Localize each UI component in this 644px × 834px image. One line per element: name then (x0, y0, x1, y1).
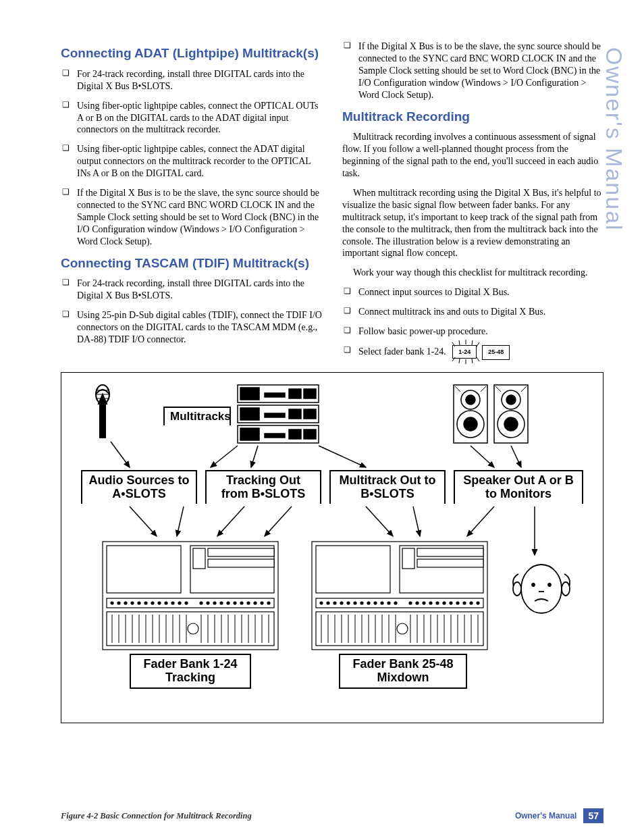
label-multitracks: Multitracks (163, 407, 231, 425)
svg-point-29 (466, 395, 475, 405)
svg-point-47 (131, 602, 134, 604)
svg-point-91 (188, 623, 198, 634)
button-bank-25-48: 25-48 (482, 345, 510, 360)
paragraph: When multitrack recording using the Digi… (342, 187, 603, 259)
svg-point-63 (247, 602, 250, 604)
svg-point-150 (532, 583, 535, 586)
svg-point-34 (506, 395, 516, 405)
label-audio-sources: Audio Sources to A•SLOTS (81, 470, 197, 504)
multitrack-rack-icon (238, 385, 319, 443)
list-item: Connect input sources to Digital X Bus. (342, 286, 603, 298)
svg-point-50 (151, 602, 154, 604)
list-item: Using 25-pin D-Sub digital cables (TDIF)… (61, 309, 322, 346)
svg-line-9 (477, 357, 479, 361)
svg-rect-26 (304, 429, 316, 439)
svg-point-149 (562, 582, 570, 596)
list-item-text: Select fader bank 1-24. (358, 346, 446, 357)
svg-rect-20 (289, 409, 301, 419)
svg-point-51 (158, 602, 161, 604)
svg-line-6 (459, 359, 460, 363)
footer-manual-label: Owner's Manual (515, 811, 577, 820)
svg-point-31 (464, 417, 477, 431)
svg-point-65 (261, 602, 263, 604)
svg-rect-19 (265, 413, 285, 417)
svg-point-112 (416, 602, 419, 604)
svg-rect-14 (265, 393, 285, 397)
svg-rect-41 (208, 548, 274, 556)
svg-point-121 (477, 602, 479, 604)
figure-caption: Figure 4-2 Basic Connection for Multitra… (61, 811, 252, 821)
label-speaker-out: Speaker Out A or B to Monitors (454, 470, 583, 504)
listener-icon (513, 565, 570, 613)
svg-point-115 (436, 602, 439, 604)
svg-point-58 (213, 602, 216, 604)
svg-rect-21 (304, 409, 316, 419)
svg-rect-40 (193, 548, 205, 569)
svg-point-64 (254, 602, 257, 604)
svg-point-111 (409, 602, 412, 604)
heading-multitrack-recording: Multitrack Recording (342, 109, 603, 125)
svg-point-60 (227, 602, 230, 604)
svg-point-117 (450, 602, 452, 604)
svg-point-54 (178, 602, 181, 604)
svg-point-57 (207, 602, 209, 604)
svg-point-53 (171, 602, 174, 604)
svg-point-100 (327, 602, 329, 604)
label-tracking-out: Tracking Out from B•SLOTS (205, 470, 321, 504)
svg-rect-18 (240, 408, 259, 420)
svg-point-113 (423, 602, 425, 604)
svg-point-146 (397, 623, 408, 634)
svg-rect-24 (265, 434, 285, 438)
label-bank-25-48: Fader Bank 25-48 Mixdown (339, 654, 467, 689)
svg-rect-16 (304, 389, 316, 398)
page-number: 57 (583, 808, 603, 823)
list-tascam: For 24-track recording, install three DI… (61, 278, 322, 346)
console-right-icon (312, 542, 487, 650)
heading-tascam: Connecting TASCAM (TDIF) Multitrack(s) (61, 256, 322, 271)
console-left-icon (103, 542, 278, 650)
svg-point-103 (347, 602, 350, 604)
list-item: Select fader bank 1-24. 1-24 25-48 (342, 345, 603, 360)
svg-rect-25 (289, 429, 301, 439)
list-item: If the Digital X Bus is to be the slave,… (61, 187, 322, 248)
arrows-top (111, 442, 521, 467)
svg-rect-42 (208, 559, 274, 567)
svg-point-151 (548, 583, 551, 586)
svg-rect-13 (240, 388, 259, 400)
svg-point-108 (381, 602, 383, 604)
svg-point-46 (124, 602, 127, 604)
list-item: Using fiber-optic lightpipe cables, conn… (61, 143, 322, 180)
svg-point-62 (240, 602, 243, 604)
svg-rect-15 (289, 389, 301, 398)
list-checklist: Connect input sources to Digital X Bus. … (342, 286, 603, 359)
svg-point-102 (340, 602, 343, 604)
list-item: Follow basic power-up procedure. (342, 325, 603, 338)
button-bank-1-24: 1-24 (452, 345, 477, 359)
list-item: For 24-track recording, install three DI… (61, 278, 322, 302)
svg-line-3 (472, 340, 473, 345)
column-right: If the Digital X Bus is to be the slave,… (342, 41, 603, 368)
svg-point-59 (220, 602, 223, 604)
svg-point-116 (443, 602, 446, 604)
svg-line-8 (472, 359, 473, 363)
svg-point-148 (513, 582, 521, 596)
svg-point-45 (117, 602, 120, 604)
svg-point-106 (367, 602, 370, 604)
label-multitrack-out: Multitrack Out to B•SLOTS (329, 470, 446, 504)
column-left: Connecting ADAT (Lightpipe) Multitrack(s… (61, 41, 322, 368)
svg-rect-38 (107, 546, 181, 593)
svg-point-105 (360, 602, 363, 604)
svg-point-110 (394, 602, 397, 604)
list-item: If the Digital X Bus is to be the slave,… (342, 41, 603, 101)
svg-point-101 (333, 602, 336, 604)
svg-point-56 (200, 602, 203, 604)
svg-point-118 (456, 602, 459, 604)
svg-line-4 (477, 342, 479, 346)
svg-point-61 (234, 602, 236, 604)
list-item: For 24-track recording, install three DI… (61, 68, 322, 93)
svg-point-99 (320, 602, 323, 604)
paragraph: Work your way though this checklist for … (342, 267, 603, 279)
list-item: Connect multitrack ins and outs to Digit… (342, 306, 603, 318)
svg-point-48 (138, 602, 140, 604)
list-adat: For 24-track recording, install three DI… (61, 68, 322, 248)
